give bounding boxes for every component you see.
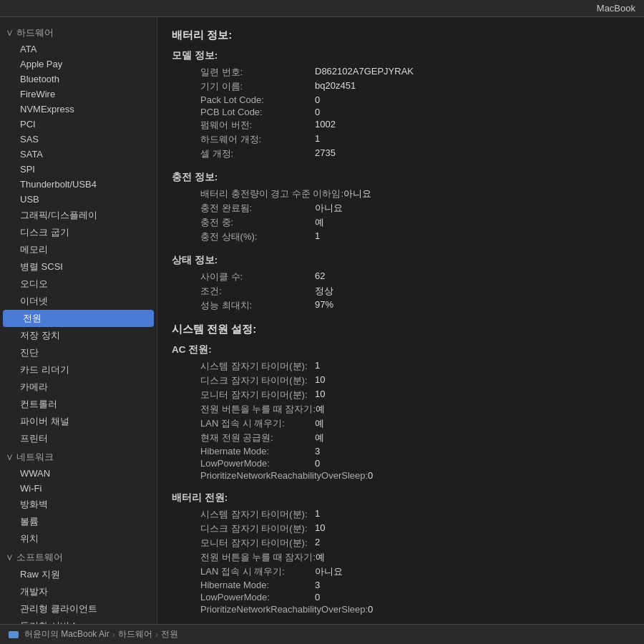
bat-lowpower-value: 0: [315, 592, 320, 602]
ac-monitor-sleep-label: 모니터 잠자기 타이머(분):: [172, 389, 315, 401]
sidebar-item-volume[interactable]: 볼륨: [0, 513, 157, 530]
charge-warning-value: 아니요: [343, 187, 371, 200]
ac-power-btn-sleep-label: 전원 버튼을 누를 때 잠자기:: [172, 403, 316, 416]
sidebar-item-hardware[interactable]: ∨ 하드웨어: [0, 24, 157, 42]
ac-hibernate-label: Hibernate Mode:: [172, 446, 315, 457]
ac-current-power-label: 현재 전원 공급원:: [172, 431, 315, 444]
sidebar-item-graphics[interactable]: 그래픽/디스플레이: [0, 207, 157, 224]
sidebar-item-diagnosis[interactable]: 진단: [0, 344, 157, 361]
sidebar-item-storage[interactable]: 저장 장치: [0, 327, 157, 344]
sidebar-item-software[interactable]: ∨ 소프트웨어: [0, 549, 157, 566]
sidebar-item-ata[interactable]: ATA: [0, 42, 157, 57]
charge-complete-label: 충전 완료됨:: [172, 202, 315, 215]
ac-hibernate-value: 3: [315, 446, 320, 457]
charging-value: 예: [315, 216, 324, 229]
ac-power-btn-sleep-row: 전원 버튼을 누를 때 잠자기: 예: [172, 402, 630, 416]
bat-lowpower-row: LowPowerMode: 0: [172, 591, 630, 603]
ac-lan-wake-row: LAN 접속 시 깨우기: 예: [172, 416, 630, 431]
sidebar-item-thunderbolt[interactable]: Thunderbolt/USB4: [0, 177, 157, 192]
bat-prioritize-label: PrioritizeNetworkReachabilityOverSleep:: [172, 604, 368, 615]
bat-lan-wake-label: LAN 접속 시 깨우기:: [172, 565, 315, 578]
ac-disk-sleep-row: 디스크 잠자기 타이머(분): 10: [172, 374, 630, 388]
status-info-table: 사이클 수: 62 조건: 정상 성능 최대치: 97%: [172, 270, 630, 313]
breadcrumb-sep2: ›: [155, 630, 158, 640]
charge-complete-row: 충전 완료됨: 아니요: [172, 201, 630, 215]
sidebar-item-sata[interactable]: SATA: [0, 147, 157, 162]
ac-system-sleep-row: 시스템 잠자기 타이머(분): 1: [172, 359, 630, 374]
breadcrumb-path: 허윤미의 MacBook Air: [24, 628, 109, 640]
sidebar-item-applepay[interactable]: Apple Pay: [0, 57, 157, 72]
battery-power-title: 배터리 전원:: [172, 492, 630, 504]
sidebar-item-ethernet[interactable]: 이더넷: [0, 293, 157, 310]
breadcrumb-sep1: ›: [112, 630, 115, 640]
sidebar-item-network[interactable]: ∨ 네트워크: [0, 449, 157, 466]
sidebar-item-firewire[interactable]: FireWire: [0, 87, 157, 102]
sidebar-item-sync[interactable]: 동기화 서비스: [0, 618, 157, 624]
sidebar-item-memory[interactable]: 메모리: [0, 241, 157, 258]
breadcrumb-bar: 허윤미의 MacBook Air › 하드웨어 › 전원: [0, 624, 644, 644]
device-name-value: bq20z451: [315, 80, 356, 93]
charge-state-label: 충전 상태(%):: [172, 230, 315, 243]
sidebar-item-firewall[interactable]: 방화벽: [0, 496, 157, 513]
ac-power-btn-sleep-value: 예: [316, 403, 325, 416]
charge-complete-value: 아니요: [315, 202, 343, 215]
content-area: 배터리 정보: 모델 정보: 일련 번호: D862102A7GEPJYRAK …: [157, 17, 644, 624]
ac-monitor-sleep-row: 모니터 잠자기 타이머(분): 10: [172, 388, 630, 402]
device-name-label: 기기 이름:: [172, 80, 315, 93]
condition-label: 조건:: [172, 285, 315, 298]
bat-power-btn-sleep-value: 예: [316, 551, 325, 564]
model-info-table: 일련 번호: D862102A7GEPJYRAK 기기 이름: bq20z451…: [172, 65, 630, 161]
hardware-rev-value: 1: [315, 133, 320, 146]
sidebar-item-pci[interactable]: PCI: [0, 117, 157, 132]
sidebar-item-developer[interactable]: 개발자: [0, 583, 157, 600]
ac-system-sleep-label: 시스템 잠자기 타이머(분):: [172, 360, 315, 373]
battery-section-title: 배터리 정보:: [172, 29, 630, 42]
pack-lot-label: Pack Lot Code:: [172, 94, 315, 105]
system-power-title: 시스템 전원 설정:: [172, 323, 630, 336]
bat-lan-wake-row: LAN 접속 시 깨우기: 아니요: [172, 565, 630, 579]
model-info-title: 모델 정보:: [172, 49, 630, 62]
cell-rev-label: 셀 개정:: [172, 147, 315, 160]
sidebar-item-camera[interactable]: 카메라: [0, 379, 157, 396]
charge-warning-row: 배터리 충전량이 경고 수준 이하임: 아니요: [172, 187, 630, 201]
sidebar-item-controller[interactable]: 컨트롤러: [0, 396, 157, 413]
ac-lowpower-row: LowPowerMode: 0: [172, 457, 630, 469]
sidebar-item-bluetooth[interactable]: Bluetooth: [0, 72, 157, 87]
ac-hibernate-row: Hibernate Mode: 3: [172, 445, 630, 457]
charge-state-value: 1: [315, 230, 320, 243]
cell-rev-value: 2735: [315, 147, 336, 160]
sidebar-item-cardreader[interactable]: 카드 리더기: [0, 361, 157, 379]
sidebar-item-location[interactable]: 위치: [0, 530, 157, 547]
cycle-count-row: 사이클 수: 62: [172, 270, 630, 284]
bat-monitor-sleep-value: 2: [315, 537, 320, 550]
bat-hibernate-value: 3: [315, 580, 320, 590]
ac-lan-wake-label: LAN 접속 시 깨우기:: [172, 417, 315, 430]
serial-number-value: D862102A7GEPJYRAK: [315, 66, 414, 79]
ac-current-power-value: 예: [315, 431, 324, 444]
bat-power-btn-sleep-label: 전원 버튼을 누를 때 잠자기:: [172, 551, 316, 564]
sidebar-item-audio[interactable]: 오디오: [0, 275, 157, 293]
sidebar-item-mgmt_client[interactable]: 관리형 클라이언트: [0, 600, 157, 618]
sidebar: ∨ 하드웨어ATAApple PayBluetoothFireWireNVMEx…: [0, 17, 157, 624]
top-bar: MacBook: [0, 0, 644, 17]
sidebar-item-wifi[interactable]: Wi-Fi: [0, 481, 157, 496]
bat-system-sleep-value: 1: [315, 508, 320, 521]
hardware-rev-row: 하드웨어 개정: 1: [172, 132, 630, 147]
condition-value: 정상: [315, 285, 333, 298]
ac-prioritize-value: 0: [368, 470, 373, 481]
sidebar-item-spi[interactable]: SPI: [0, 162, 157, 177]
sidebar-item-sas[interactable]: SAS: [0, 132, 157, 147]
sidebar-item-disk[interactable]: 디스크 굽기: [0, 224, 157, 241]
ac-lowpower-label: LowPowerMode:: [172, 458, 315, 469]
sidebar-item-parallel[interactable]: 병렬 SCSI: [0, 258, 157, 275]
sidebar-item-nvmexpress[interactable]: NVMExpress: [0, 102, 157, 117]
bat-lowpower-label: LowPowerMode:: [172, 592, 315, 602]
sidebar-item-raw[interactable]: Raw 지원: [0, 566, 157, 583]
sidebar-item-power[interactable]: 전원: [3, 310, 154, 327]
charge-warning-label: 배터리 충전량이 경고 수준 이하임:: [172, 187, 343, 200]
sidebar-item-printer[interactable]: 프린터: [0, 430, 157, 447]
sidebar-item-usb[interactable]: USB: [0, 192, 157, 207]
sidebar-item-fiberchannel[interactable]: 파이버 채널: [0, 413, 157, 430]
max-performance-value: 97%: [315, 299, 333, 312]
sidebar-item-wwan[interactable]: WWAN: [0, 466, 157, 481]
